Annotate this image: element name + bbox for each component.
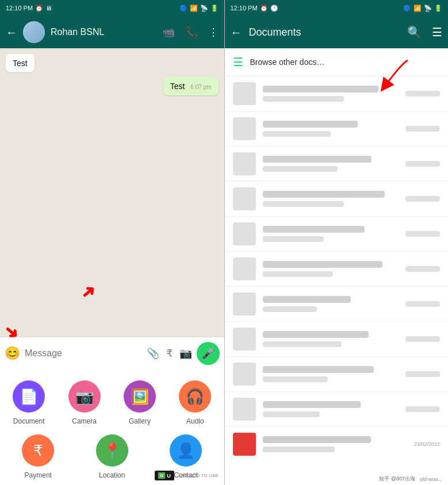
doc-name-blur xyxy=(263,261,382,268)
doc-search-icon[interactable]: 🔍 xyxy=(407,25,422,39)
doc-meta-blur xyxy=(263,306,317,312)
attach-menu: 📄 Document 📷 Camera 🖼️ Gallery 🎧 Audio ₹… xyxy=(0,369,224,485)
list-item[interactable] xyxy=(225,111,449,147)
doc-info xyxy=(263,156,399,172)
camera-icon[interactable]: 📷 xyxy=(179,347,192,360)
status-bar-left: 12:10 PM ⏰ 🖥 🔵 📶 📡 🔋 xyxy=(0,0,224,16)
video-call-icon[interactable]: 📹 xyxy=(162,26,175,39)
mic-icon: 🎤 xyxy=(202,347,215,360)
audio-circle: 🎧 xyxy=(179,380,211,413)
doc-date-blur xyxy=(405,336,440,342)
message-text-1: Test xyxy=(13,59,28,68)
doc-name-blur xyxy=(263,366,374,373)
doc-back-button[interactable]: ← xyxy=(231,26,242,39)
doc-meta-blur xyxy=(263,166,338,172)
attach-camera[interactable]: 📷 Camera xyxy=(62,380,108,425)
doc-info xyxy=(263,121,399,137)
camera-label: Camera xyxy=(72,417,97,425)
attach-icon[interactable]: 📎 xyxy=(147,347,159,360)
doc-info xyxy=(263,86,399,102)
list-item-special[interactable]: 23/02/2022 xyxy=(225,427,449,461)
doc-meta-blur xyxy=(263,201,344,207)
doc-date-blur xyxy=(405,371,440,377)
status-bar-right: 12:10 PM ⏰ 🕐 🔵 📶 📡 🔋 xyxy=(225,0,449,16)
doc-meta-blur xyxy=(263,341,342,347)
screen-icon: 🖥 xyxy=(45,5,52,11)
browse-text: Browse other docs… xyxy=(250,57,325,67)
doc-filter-icon[interactable]: ☰ xyxy=(432,25,442,39)
avatar[interactable] xyxy=(23,21,45,43)
doc-name-blur xyxy=(263,296,351,303)
list-item[interactable] xyxy=(225,357,449,392)
message-sent: Test 6:07 pm xyxy=(163,77,219,95)
doc-info xyxy=(263,331,399,347)
bluetooth-icon: 🔵 xyxy=(179,5,187,12)
doc-header-icons: 🔍 ☰ xyxy=(407,25,442,39)
list-item[interactable] xyxy=(225,322,449,357)
doc-title-bar: ← Documents 🔍 ☰ xyxy=(225,16,449,48)
doc-meta-blur xyxy=(263,446,335,452)
watermark-left: G U GADGETS TO USE xyxy=(155,471,219,480)
doc-name-blur xyxy=(263,436,372,443)
doc-thumbnail xyxy=(233,187,256,210)
doc-info xyxy=(263,296,399,312)
list-item[interactable] xyxy=(225,76,449,111)
doc-date-blur xyxy=(405,266,440,272)
attach-audio[interactable]: 🎧 Audio xyxy=(172,380,218,425)
doc-meta-blur xyxy=(263,131,331,137)
watermark-oldwoo: old-woo... xyxy=(420,476,442,482)
chat-body: Test Test 6:07 pm xyxy=(0,48,224,337)
attach-location[interactable]: 📍 Location xyxy=(89,434,135,479)
browse-icon: ☰ xyxy=(233,55,243,69)
doc-name-blur xyxy=(263,86,378,93)
list-item[interactable] xyxy=(225,182,449,217)
doc-list: 23/02/2022 xyxy=(225,76,449,473)
message-input[interactable] xyxy=(25,348,142,359)
header-icons: 📹 📞 ⋮ xyxy=(162,26,219,39)
more-options-icon[interactable]: ⋮ xyxy=(208,26,219,39)
browse-other-docs[interactable]: ☰ Browse other docs… xyxy=(225,48,449,76)
doc-thumbnail xyxy=(233,82,256,105)
doc-date-blur xyxy=(405,196,440,202)
doc-name-blur xyxy=(263,191,385,198)
list-item[interactable] xyxy=(225,147,449,182)
clock-icon-right: 🕐 xyxy=(270,5,278,12)
doc-date: 23/02/2022 xyxy=(414,441,440,447)
doc-info xyxy=(263,226,399,242)
rupee-icon[interactable]: ₹ xyxy=(166,347,173,360)
input-area: 😊 📎 ₹ 📷 🎤 xyxy=(0,337,224,369)
signal-icon-right: 📶 xyxy=(413,5,422,12)
doc-info xyxy=(263,366,399,382)
doc-meta-blur xyxy=(263,96,344,102)
alarm-icon: ⏰ xyxy=(35,5,43,12)
alarm-icon-right: ⏰ xyxy=(260,5,268,12)
doc-meta-blur xyxy=(263,411,320,417)
mic-button[interactable]: 🎤 xyxy=(197,342,220,365)
attach-document[interactable]: 📄 Document xyxy=(6,380,52,425)
doc-info-special xyxy=(263,436,407,452)
chat-header: ← Rohan BSNL 📹 📞 ⋮ xyxy=(0,16,224,48)
list-item[interactable] xyxy=(225,217,449,252)
doc-date-blur xyxy=(405,126,440,132)
list-item[interactable] xyxy=(225,287,449,322)
gallery-circle: 🖼️ xyxy=(124,380,156,413)
time-right: 12:10 PM xyxy=(231,5,258,11)
input-icons: 📎 ₹ 📷 xyxy=(147,347,192,360)
list-item[interactable] xyxy=(225,252,449,287)
document-circle: 📄 xyxy=(13,380,45,413)
voice-call-icon[interactable]: 📞 xyxy=(185,26,198,39)
emoji-button[interactable]: 😊 xyxy=(5,346,20,361)
battery-icon-right: 🔋 xyxy=(434,5,442,12)
gadgets-g: G xyxy=(158,472,165,479)
message-time: 6:07 pm xyxy=(190,84,211,90)
doc-thumbnail xyxy=(233,292,256,315)
contact-name[interactable]: Rohan BSNL xyxy=(51,27,156,37)
time-left: 12:10 PM xyxy=(6,5,33,11)
message-received: Test xyxy=(6,54,35,72)
list-item[interactable] xyxy=(225,392,449,427)
back-button[interactable]: ← xyxy=(6,26,17,39)
doc-info xyxy=(263,191,399,207)
attach-gallery[interactable]: 🖼️ Gallery xyxy=(117,380,163,425)
audio-label: Audio xyxy=(186,417,204,425)
attach-payment[interactable]: ₹ Payment xyxy=(15,434,61,479)
